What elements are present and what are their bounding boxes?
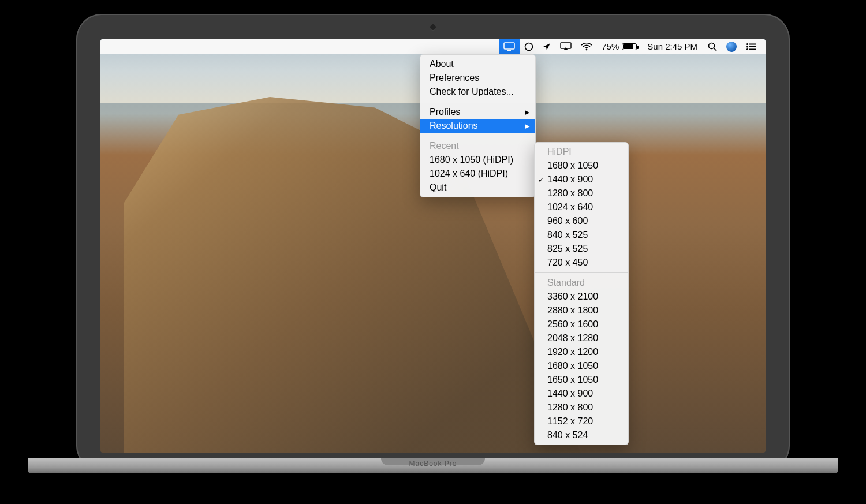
resolution-option[interactable]: ✓1440 x 900: [535, 173, 628, 186]
resolution-label: 1650 x 1050: [547, 375, 598, 385]
resolution-option[interactable]: 2048 x 1280: [535, 331, 628, 345]
menu-recent-item[interactable]: 1024 x 640 (HiDPI): [420, 167, 535, 181]
resolutions-submenu: HiDPI 1680 x 1050✓1440 x 9001280 x 80010…: [534, 142, 629, 445]
svg-rect-12: [749, 48, 756, 50]
battery-icon: [622, 43, 637, 50]
battery-status[interactable]: 75%: [597, 39, 641, 54]
resolution-option[interactable]: 840 x 524: [535, 428, 628, 442]
menu-resolutions-label: Resolutions: [430, 121, 478, 131]
resolution-label: 960 x 600: [547, 216, 588, 226]
resolution-label: 840 x 525: [547, 230, 588, 240]
svg-rect-0: [504, 43, 514, 49]
resolution-label: 3360 x 2100: [547, 292, 598, 302]
spotlight-icon[interactable]: [703, 39, 722, 54]
user-globe-icon[interactable]: [722, 39, 741, 54]
resolution-option[interactable]: 1024 x 640: [535, 200, 628, 214]
display-menu-icon[interactable]: [499, 39, 520, 54]
svg-rect-10: [749, 46, 756, 47]
resolution-label: 840 x 524: [547, 430, 588, 440]
resolution-label: 2560 x 1600: [547, 319, 598, 330]
menubar-circle-icon[interactable]: [520, 39, 538, 54]
laptop-model-label: MacBook Pro: [28, 460, 838, 468]
camera-dot: [430, 24, 436, 30]
checkmark-icon: ✓: [538, 176, 544, 184]
resolution-option[interactable]: 1152 x 720: [535, 415, 628, 428]
resolution-option[interactable]: 1680 x 1050: [535, 359, 628, 373]
resolution-option[interactable]: 2560 x 1600: [535, 318, 628, 331]
resolution-option[interactable]: 840 x 525: [535, 228, 628, 242]
wifi-icon[interactable]: [576, 39, 597, 54]
svg-point-5: [709, 43, 715, 48]
svg-point-7: [746, 43, 748, 45]
display-app-menu: About Preferences Check for Updates... P…: [420, 54, 536, 197]
resolution-label: 1152 x 720: [547, 416, 593, 427]
resolution-label: 1440 x 900: [547, 389, 593, 399]
svg-point-2: [525, 43, 533, 50]
resolution-label: 1920 x 1200: [547, 347, 598, 357]
laptop-base: MacBook Pro: [28, 458, 838, 473]
svg-rect-8: [749, 43, 756, 44]
svg-point-11: [746, 48, 748, 50]
resolution-label: 1440 x 900: [547, 174, 593, 185]
resolution-option[interactable]: 825 x 525: [535, 242, 628, 256]
resolution-label: 1024 x 640: [547, 202, 593, 212]
resolution-option[interactable]: 1440 x 900: [535, 387, 628, 401]
chevron-right-icon: ▶: [525, 109, 529, 116]
submenu-hidpi-header: HiDPI: [535, 145, 628, 159]
svg-point-4: [586, 48, 588, 50]
resolution-option[interactable]: 1680 x 1050: [535, 159, 628, 173]
svg-point-9: [746, 46, 748, 47]
laptop-frame: 75% Sun 2:45 PM About Preferences Check …: [76, 14, 790, 471]
resolution-label: 720 x 450: [547, 257, 588, 268]
resolution-label: 825 x 525: [547, 244, 588, 254]
svg-line-6: [714, 48, 717, 51]
menu-separator: [420, 102, 535, 102]
resolution-label: 2048 x 1280: [547, 333, 598, 344]
resolution-label: 2880 x 1800: [547, 305, 598, 316]
submenu-standard-header: Standard: [535, 276, 628, 290]
resolution-option[interactable]: 2880 x 1800: [535, 304, 628, 318]
menu-about[interactable]: About: [420, 57, 535, 71]
desktop[interactable]: 75% Sun 2:45 PM About Preferences Check …: [100, 39, 766, 453]
menu-recent-item[interactable]: 1680 x 1050 (HiDPI): [420, 153, 535, 167]
chevron-right-icon: ▶: [525, 122, 529, 130]
resolution-option[interactable]: 1280 x 800: [535, 401, 628, 415]
resolution-label: 1280 x 800: [547, 402, 593, 413]
resolution-option[interactable]: 1280 x 800: [535, 186, 628, 200]
resolution-label: 1680 x 1050: [547, 361, 598, 371]
resolution-option[interactable]: 1920 x 1200: [535, 345, 628, 359]
resolution-option[interactable]: 1650 x 1050: [535, 373, 628, 387]
menubar: 75% Sun 2:45 PM: [100, 39, 766, 54]
resolution-label: 1280 x 800: [547, 188, 593, 199]
resolution-label: 1680 x 1050: [547, 160, 598, 171]
menubar-clock[interactable]: Sun 2:45 PM: [641, 39, 703, 54]
resolution-option[interactable]: 3360 x 2100: [535, 290, 628, 304]
menu-preferences[interactable]: Preferences: [420, 71, 535, 85]
resolution-option[interactable]: 720 x 450: [535, 256, 628, 270]
menu-separator: [535, 272, 628, 273]
airplay-icon[interactable]: [555, 39, 576, 54]
menu-profiles-label: Profiles: [430, 107, 460, 117]
menu-resolutions[interactable]: Resolutions ▶: [420, 119, 535, 133]
battery-percent-label: 75%: [602, 42, 620, 51]
location-icon[interactable]: [538, 39, 555, 54]
laptop-shadow: [35, 473, 831, 491]
menu-separator: [420, 136, 535, 136]
resolution-option[interactable]: 960 x 600: [535, 214, 628, 228]
menu-profiles[interactable]: Profiles ▶: [420, 105, 535, 119]
svg-rect-1: [507, 50, 511, 51]
notification-center-icon[interactable]: [741, 39, 761, 54]
menu-recent-header: Recent: [420, 139, 535, 153]
menu-check-updates[interactable]: Check for Updates...: [420, 85, 535, 99]
menu-quit[interactable]: Quit: [420, 181, 535, 195]
